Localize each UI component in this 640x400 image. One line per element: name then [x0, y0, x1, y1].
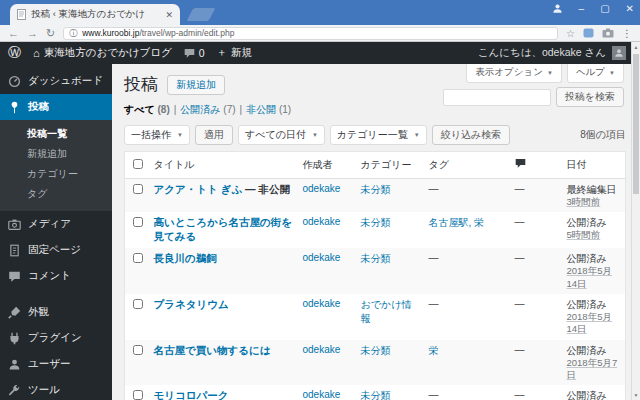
avatar[interactable] — [612, 46, 626, 60]
sidebar-item-comments[interactable]: コメント — [0, 263, 112, 289]
help-toggle[interactable]: ヘルプ▼ — [567, 64, 624, 83]
search-posts-button[interactable]: 投稿を検索 — [556, 87, 624, 107]
add-new-button[interactable]: 新規追加 — [167, 75, 225, 95]
column-header-title[interactable]: タイトル — [149, 152, 298, 179]
post-title-link[interactable]: 高いところから名古屋の街を見てみる — [154, 216, 292, 242]
howdy-greeting[interactable]: こんにちは、odekake さん — [478, 46, 606, 60]
column-header-tags: タグ — [424, 152, 510, 179]
search-input[interactable] — [443, 89, 551, 106]
row-checkbox[interactable] — [133, 217, 143, 227]
sidebar-item-pages[interactable]: 固定ページ — [0, 237, 112, 263]
sidebar-item-tools[interactable]: ツール — [0, 377, 112, 400]
tag-link[interactable]: 栄 — [429, 345, 439, 356]
sidebar-item-appearance[interactable]: 外観 — [0, 299, 112, 325]
screen-options-toggle[interactable]: 表示オプション▼ — [466, 64, 562, 83]
table-row: プラネタリウムodekakeおでかけ情報——公開済み2018年5月14日 — [125, 294, 626, 340]
sidebar-item-media[interactable]: メディア — [0, 211, 112, 237]
row-checkbox-cell — [125, 179, 149, 213]
post-title-link[interactable]: 長良川の鵜飼 — [154, 252, 217, 264]
category-link[interactable]: 未分類 — [361, 345, 391, 356]
no-tags-dash: — — [429, 252, 439, 263]
browser-tab[interactable]: 投稿 ‹ 東海地方のおでかけ ✕ — [10, 4, 180, 25]
page-info-icon[interactable]: ⓘ — [69, 28, 77, 39]
camera-extension-icon[interactable] — [602, 28, 614, 38]
submenu-all-posts[interactable]: 投稿一覧 — [0, 124, 112, 144]
apply-button[interactable]: 適用 — [195, 125, 233, 145]
submenu-categories[interactable]: カテゴリー — [0, 164, 112, 184]
row-checkbox[interactable] — [133, 345, 143, 355]
new-tab-button[interactable] — [187, 8, 216, 21]
author-link[interactable]: odekake — [303, 216, 341, 227]
row-checkbox[interactable] — [133, 253, 143, 263]
column-header-date[interactable]: 日付 — [562, 152, 626, 179]
author-link[interactable]: odekake — [303, 344, 341, 355]
back-icon[interactable]: ← — [8, 28, 19, 39]
row-checkbox-cell — [125, 212, 149, 248]
table-row: 名古屋で買い物するにはodekake未分類栄—公開済み2018年5月7日 — [125, 340, 626, 386]
category-filter-select[interactable]: カテゴリー一覧▼ — [330, 125, 427, 145]
post-title-link[interactable]: モリコロパーク — [154, 389, 229, 400]
category-link[interactable]: 未分類 — [361, 217, 391, 228]
view-all-link[interactable]: すべて (8) — [124, 104, 170, 115]
submenu-tags[interactable]: タグ — [0, 184, 112, 204]
date-value: 5時間前 — [567, 229, 621, 241]
row-checkbox[interactable] — [133, 299, 143, 309]
adminbar-comments-link[interactable]: 0 — [184, 47, 205, 59]
view-published-link[interactable]: 公開済み (7) — [180, 104, 235, 115]
filter-button[interactable]: 絞り込み検索 — [432, 125, 510, 145]
extension-icon[interactable] — [583, 28, 594, 38]
category-link[interactable]: 未分類 — [361, 390, 391, 400]
bulk-actions-select[interactable]: 一括操作▼ — [124, 125, 190, 145]
tab-title: 投稿 ‹ 東海地方のおでかけ — [31, 8, 160, 21]
tags-cell: 栄 — [424, 340, 510, 386]
address-bar[interactable]: ⓘ www.kuroobi.jp/travel/wp-admin/edit.ph… — [63, 27, 558, 40]
sidebar-item-dashboard[interactable]: ダッシュボード — [0, 68, 112, 94]
window-minimize-button[interactable]: – — [579, 3, 585, 14]
table-row: 高いところから名古屋の街を見てみるodekake未分類名古屋駅, 栄—公開済み5… — [125, 212, 626, 248]
category-cell: 未分類 — [356, 385, 424, 400]
author-link[interactable]: odekake — [303, 389, 341, 400]
forward-icon[interactable]: → — [27, 28, 38, 39]
sidebar-item-plugins[interactable]: プラグイン — [0, 325, 112, 351]
vertical-scrollbar[interactable]: ▲ ▼ — [631, 42, 640, 400]
site-name-link[interactable]: ⌂ 東海地方のおでかけブログ — [33, 46, 172, 60]
tag-link[interactable]: 名古屋駅, 栄 — [429, 217, 485, 228]
category-link[interactable]: おでかけ情報 — [361, 299, 412, 324]
chevron-down-icon: ▼ — [177, 132, 183, 138]
view-private-link[interactable]: 非公開 (1) — [246, 104, 291, 115]
category-link[interactable]: 未分類 — [361, 253, 391, 264]
scroll-up-icon[interactable]: ▲ — [632, 44, 640, 50]
sidebar-item-users[interactable]: ユーザー — [0, 351, 112, 377]
wp-logo-icon[interactable]: Ⓦ — [8, 44, 21, 62]
sidebar-item-posts[interactable]: 投稿 — [0, 94, 112, 120]
refresh-icon[interactable]: ↻ — [46, 28, 55, 39]
post-state: — 非公開 — [242, 183, 290, 195]
adminbar-new-link[interactable]: ＋ 新規 — [216, 46, 252, 60]
category-link[interactable]: 未分類 — [361, 184, 391, 195]
row-checkbox-cell — [125, 294, 149, 340]
category-cell: 未分類 — [356, 179, 424, 213]
page-title: 投稿 — [124, 73, 158, 96]
no-tags-dash: — — [429, 298, 439, 309]
author-link[interactable]: odekake — [303, 183, 341, 194]
scrollbar-thumb[interactable] — [633, 54, 639, 194]
post-title-link[interactable]: 名古屋で買い物するには — [154, 344, 271, 356]
submenu-add-new[interactable]: 新規追加 — [0, 144, 112, 164]
window-close-button[interactable]: ✕ — [626, 3, 634, 14]
tab-close-icon[interactable]: ✕ — [165, 10, 173, 20]
author-link[interactable]: odekake — [303, 298, 341, 309]
date-filter-select[interactable]: すべての日付▼ — [238, 125, 325, 145]
post-title-link[interactable]: プラネタリウム — [154, 298, 229, 310]
browser-profile-icon[interactable] — [552, 3, 563, 14]
comments-cell: — — [510, 212, 562, 248]
row-checkbox[interactable] — [133, 184, 143, 194]
row-checkbox[interactable] — [133, 390, 143, 400]
select-all-checkbox[interactable] — [133, 159, 143, 169]
date-cell: 公開済み5時間前 — [562, 212, 626, 248]
author-link[interactable]: odekake — [303, 252, 341, 263]
bookmark-star-icon[interactable]: ☆ — [566, 28, 575, 39]
window-maximize-button[interactable]: ▢ — [600, 3, 609, 14]
post-title-link[interactable]: アクア・トト ぎふ — [154, 183, 243, 195]
scroll-down-icon[interactable]: ▼ — [632, 392, 640, 398]
browser-menu-icon[interactable]: ⋮ — [622, 28, 632, 39]
